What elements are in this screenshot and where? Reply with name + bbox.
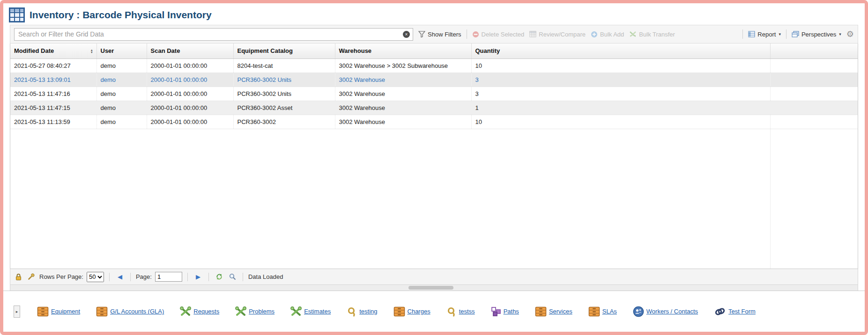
cell-scan-date: 2000-01-01 00:00:00 <box>147 58 233 73</box>
perspectives-panes-icon <box>792 31 799 38</box>
panel-expand-toggle[interactable]: ▸ <box>14 306 20 318</box>
cell-warehouse: 3002 Warehouse <box>335 87 471 101</box>
cell-blank <box>770 115 858 129</box>
bottom-link-equipment[interactable]: Equipment <box>37 306 80 317</box>
delete-selected-button[interactable]: Delete Selected <box>472 31 525 38</box>
bottom-link-requests[interactable]: Requests <box>180 306 219 317</box>
previous-page-button[interactable]: ◀ <box>115 273 125 280</box>
chevron-down-icon: ▾ <box>779 32 781 36</box>
cabinet-icon <box>37 306 49 317</box>
app-window: Inventory : Barcode Physical Inventory ×… <box>0 0 868 335</box>
grid-footer: Rows Per Page: 50 ◀ Page: ▶ Data Loaded <box>10 269 858 285</box>
column-header-equipment-catalog[interactable]: Equipment Catalog <box>233 44 335 58</box>
cabinet-icon <box>393 306 405 317</box>
bottom-link-label: Equipment <box>51 308 80 315</box>
review-compare-button[interactable]: Review/Compare <box>529 31 586 38</box>
rows-per-page-select[interactable]: 50 <box>87 272 104 282</box>
show-filters-label: Show Filters <box>428 31 461 38</box>
bottom-link-services[interactable]: Services <box>535 306 572 317</box>
footer-separator <box>187 273 188 281</box>
bulk-transfer-button[interactable]: Bulk Transfer <box>629 31 675 38</box>
cell-modified-date: 2021-05-13 13:09:01 <box>10 73 96 87</box>
column-header-warehouse[interactable]: Warehouse <box>335 44 471 58</box>
bottom-link-testss[interactable]: testss <box>446 306 475 317</box>
cell-blank <box>770 73 858 87</box>
show-filters-button[interactable]: Show Filters <box>418 31 461 38</box>
review-compare-label: Review/Compare <box>539 31 586 38</box>
wrench-icon[interactable] <box>26 273 36 280</box>
page-number-input[interactable] <box>155 272 182 282</box>
bulk-add-button[interactable]: Bulk Add <box>591 31 624 38</box>
grid-header-row: Modified Date ▴▾ User Scan Date Equipmen… <box>10 44 858 58</box>
footer-separator <box>109 273 110 281</box>
cell-scan-date: 2000-01-01 00:00:00 <box>147 87 233 101</box>
bottom-link-charges[interactable]: Charges <box>393 306 430 317</box>
cell-user: demo <box>96 58 147 73</box>
perspectives-label: Perspectives <box>801 31 836 38</box>
bottom-link-testing[interactable]: testing <box>347 306 377 317</box>
bottom-links-bar: ▸ EquipmentG/L Accounts (GLA)RequestsPro… <box>3 291 865 332</box>
report-table-icon <box>748 31 755 37</box>
table-row[interactable]: 2021-05-13 11:13:59demo2000-01-01 00:00:… <box>10 115 858 129</box>
page-label: Page: <box>136 273 152 280</box>
perspectives-button[interactable]: Perspectives ▾ <box>792 31 841 38</box>
bottom-link-label: Workers / Contacts <box>646 308 698 315</box>
column-header-modified-date[interactable]: Modified Date ▴▾ <box>10 44 96 58</box>
column-header-quantity[interactable]: Quantity <box>471 44 770 58</box>
column-header-user[interactable]: User <box>96 44 147 58</box>
bottom-link-problems[interactable]: Problems <box>235 306 274 317</box>
rows-per-page-label: Rows Per Page: <box>39 273 83 280</box>
table-row[interactable]: 2021-05-13 11:47:16demo2000-01-01 00:00:… <box>10 87 858 101</box>
cell-blank <box>770 58 858 73</box>
column-header-empty <box>770 44 858 58</box>
people-icon <box>633 306 644 317</box>
delete-icon <box>472 31 479 38</box>
bottom-link-workers-contacts[interactable]: Workers / Contacts <box>633 306 698 317</box>
delete-selected-label: Delete Selected <box>482 31 525 38</box>
table-row[interactable]: 2021-05-13 13:09:01demo2000-01-01 00:00:… <box>10 73 858 87</box>
cell-user: demo <box>96 87 147 101</box>
table-row[interactable]: 2021-05-13 11:47:15demo2000-01-01 00:00:… <box>10 101 858 115</box>
bottom-link-label: Services <box>549 308 572 315</box>
cell-scan-date: 2000-01-01 00:00:00 <box>147 73 233 87</box>
cell-equipment-catalog: PCR360-3002 Units <box>233 73 335 87</box>
bottom-link-label: Paths <box>504 308 519 315</box>
status-text: Data Loaded <box>248 273 283 280</box>
bottom-link-paths[interactable]: Paths <box>491 306 519 317</box>
cell-equipment-catalog: PCR360-3002 Asset <box>233 101 335 115</box>
search-input[interactable] <box>14 28 413 41</box>
bottom-link-label: testing <box>359 308 377 315</box>
bottom-link-estimates[interactable]: Estimates <box>290 306 331 317</box>
cell-quantity: 1 <box>471 101 770 115</box>
refresh-icon[interactable] <box>214 273 224 280</box>
report-button[interactable]: Report ▾ <box>748 31 781 38</box>
next-page-button[interactable]: ▶ <box>193 273 203 280</box>
bottom-link-label: SLAs <box>602 308 617 315</box>
horizontal-scrollbar[interactable] <box>10 285 858 291</box>
paths-icon <box>491 306 501 317</box>
cell-equipment-catalog: PCR360-3002 Units <box>233 87 335 101</box>
table-row[interactable]: 2021-05-27 08:40:27demo2000-01-01 00:00:… <box>10 58 858 73</box>
bulk-transfer-label: Bulk Transfer <box>639 31 675 38</box>
bottom-link-test-form[interactable]: Test Form <box>714 306 756 317</box>
cabinet-icon <box>535 306 547 317</box>
cell-quantity: 10 <box>471 58 770 73</box>
bottom-link-slas[interactable]: SLAs <box>588 306 617 317</box>
hscrollbar-thumb[interactable] <box>408 286 453 290</box>
chevron-down-icon: ▾ <box>839 32 841 36</box>
bottom-link-gl-accounts[interactable]: G/L Accounts (GLA) <box>96 306 164 317</box>
cell-modified-date: 2021-05-13 11:47:16 <box>10 87 96 101</box>
column-header-scan-date[interactable]: Scan Date <box>147 44 233 58</box>
filter-funnel-icon <box>418 31 425 37</box>
gear-icon[interactable]: ⚙ <box>846 30 854 38</box>
footer-separator <box>208 273 209 281</box>
cell-equipment-catalog: PCR360-3002 <box>233 115 335 129</box>
clear-search-icon[interactable]: × <box>403 31 410 38</box>
bottom-link-label: Problems <box>249 308 274 315</box>
search-magnifier-icon[interactable] <box>228 273 237 280</box>
main-content: × Show Filters Delete Selected Revie <box>3 25 865 291</box>
cell-blank <box>770 87 858 101</box>
sort-arrows-icon[interactable]: ▴▾ <box>91 49 93 53</box>
lock-icon[interactable] <box>14 273 23 281</box>
cell-user: demo <box>96 115 147 129</box>
